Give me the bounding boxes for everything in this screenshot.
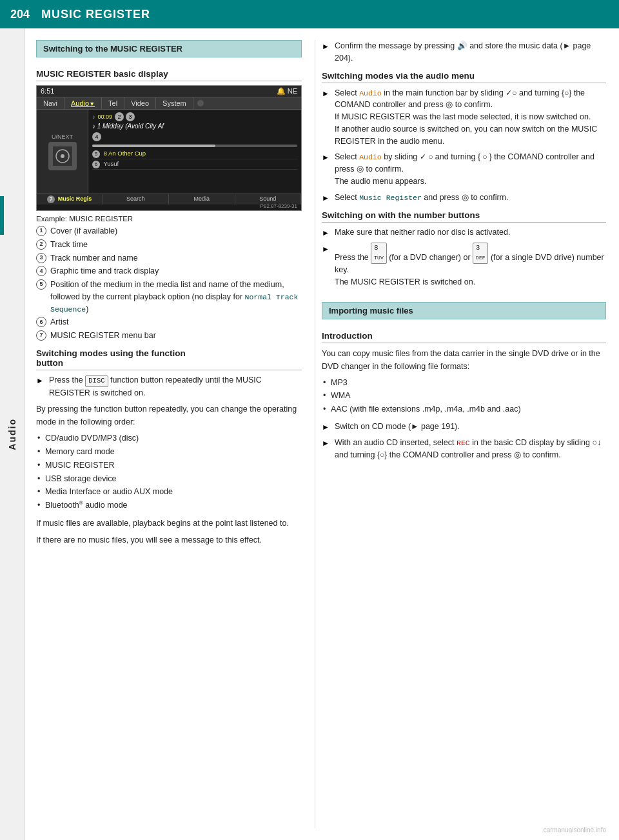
screen-badge-3: 3	[126, 112, 135, 121]
screen-badge-5: 5	[92, 150, 100, 158]
arrow-text-confirm: Confirm the message by pressing 🔊 and st…	[335, 40, 606, 65]
arrow-select-audio-2: ► Select Audio by sliding ✓ ○ and turnin…	[322, 151, 606, 187]
screen-progress-fill	[92, 145, 215, 147]
screenshot-music-register: 6:51 🔔 NE Navi Audio▼ Tel Video System U…	[36, 85, 302, 211]
screen-bottom-search: Search	[103, 194, 170, 205]
num-2: 2	[36, 239, 46, 250]
list-text-2: Track time	[50, 239, 88, 251]
list-item-6: 6 Artist	[36, 316, 302, 328]
bullet-memory: Memory card mode	[36, 446, 302, 458]
screen-right-panel: ♪ 00:09 2 3 ♪ 1 Midday (Avoid City Af 4 …	[88, 110, 301, 194]
arrow-text-audio-2: Select Audio by sliding ✓ ○ and turning …	[335, 151, 606, 187]
para-function-button: By pressing the function button repeated…	[36, 403, 302, 428]
left-column: Switching to the MUSIC REGISTER MUSIC RE…	[25, 40, 315, 828]
list-item-7: 7 MUSIC REGISTER menu bar	[36, 330, 302, 342]
screen-cover-art	[48, 142, 77, 170]
arrow-text-audio-1: Select Audio in the main function bar by…	[335, 87, 606, 148]
screen-ne: 🔔 NE	[277, 87, 297, 95]
list-text-1: Cover (if available)	[50, 225, 117, 237]
bullet-list-modes: CD/audio DVD/MP3 (disc) Memory card mode…	[36, 432, 302, 512]
screen-top-bar: 6:51 🔔 NE	[37, 86, 301, 97]
arrow-audio-cd: ► With an audio CD inserted, select REC …	[322, 437, 606, 461]
list-text-7: MUSIC REGISTER menu bar	[50, 330, 156, 342]
screen-upnext: U/NEXT	[52, 134, 73, 140]
screen-nav-bar: Navi Audio▼ Tel Video System	[37, 97, 301, 110]
subsection-number-buttons-heading: Switching on with the number buttons	[322, 210, 606, 223]
section-box-switching: Switching to the MUSIC REGISTER	[36, 40, 302, 57]
bullet-mp3: MP3	[322, 377, 606, 389]
screen-nav-navi: Navi	[37, 97, 64, 109]
list-item-3: 3 Track number and name	[36, 252, 302, 265]
disc-key: DISC	[85, 375, 108, 387]
arrow-press-key: ► Press the 8TUV (for a DVD changer) or …	[322, 243, 606, 288]
arrow-text-audio-cd: With an audio CD inserted, select REC in…	[335, 437, 606, 461]
page-number: 204	[10, 8, 30, 21]
screen-track-name: ♪ 1 Midday (Avoid City Af	[92, 123, 297, 130]
list-item-1: 1 Cover (if available)	[36, 225, 302, 237]
list-text-5: Position of the medium in the media list…	[50, 279, 302, 315]
screen-nav-audio: Audio▼	[64, 97, 102, 109]
arrow-icon-2: ►	[322, 88, 331, 99]
screen-badge-6: 6	[92, 161, 100, 168]
arrow-text-disc: Press the DISC function button repeatedl…	[49, 374, 302, 399]
sidebar: Audio	[0, 28, 25, 840]
screen-bottom-media: Media	[169, 194, 235, 205]
screen-badge-4: 4	[92, 132, 101, 141]
subsection-audio-menu-heading: Switching modes via the audio menu	[322, 71, 606, 83]
arrow-item-disc: ► Press the DISC function button repeate…	[36, 374, 302, 399]
list-item-2: 2 Track time	[36, 239, 302, 251]
bullet-wma: WMA	[322, 390, 606, 402]
list-item-4: 4 Graphic time and track display	[36, 265, 302, 277]
list-text-3: Track number and name	[50, 252, 138, 265]
arrow-icon-4: ►	[322, 192, 331, 204]
screen-track-row: ♪ 00:09 2 3	[92, 112, 297, 121]
page-title: MUSIC REGISTER	[41, 8, 150, 21]
list-text-4: Graphic time and track display	[50, 265, 159, 277]
arrow-make-sure: ► Make sure that neither radio nor disc …	[322, 226, 606, 239]
arrow-switch-cd: ► Switch on CD mode (► page 191).	[322, 421, 606, 433]
screen-left-panel: U/NEXT	[37, 110, 88, 194]
screen-caption-code: P82.87-8239-31	[260, 203, 297, 209]
num-7: 7	[36, 330, 46, 341]
para-copy-music: You can copy music files from the data c…	[322, 347, 606, 373]
num-3: 3	[36, 253, 46, 263]
screen-time: 6:51	[41, 87, 54, 95]
screen-badge-7: 7	[47, 195, 55, 203]
num-4: 4	[36, 266, 46, 276]
arrow-icon-confirm: ►	[322, 41, 331, 52]
arrow-icon-8: ►	[322, 437, 331, 449]
arrow-text-music-register: Select Music Register and press ◎ to con…	[335, 192, 509, 204]
screen-nav-dot	[197, 100, 204, 106]
screen-bottom-music-reg: 7 Music Regis	[37, 194, 103, 205]
list-text-6: Artist	[50, 316, 68, 328]
screen-progress-bar	[92, 145, 297, 147]
screen-nav-tel: Tel	[102, 97, 124, 109]
arrow-icon-6: ►	[322, 243, 331, 255]
sidebar-marker	[0, 196, 4, 235]
bullet-cd: CD/audio DVD/MP3 (disc)	[36, 432, 302, 445]
arrow-icon-1: ►	[36, 375, 45, 386]
subsection-introduction-heading: Introduction	[322, 331, 606, 343]
bullet-usb: USB storage device	[36, 473, 302, 485]
bullet-media: Media Interface or audio AUX mode	[36, 486, 302, 498]
arrow-select-music-register: ► Select Music Register and press ◎ to c…	[322, 192, 606, 204]
arrow-text-switch-cd: Switch on CD mode (► page 191).	[335, 421, 460, 433]
num-6: 6	[36, 317, 46, 327]
key-8: 8TUV	[371, 243, 386, 265]
num-5: 5	[36, 279, 46, 290]
bullet-list-formats: MP3 WMA AAC (with file extensions .m4p, …	[322, 377, 606, 415]
screen-badge-2: 2	[115, 112, 124, 121]
screenshot-caption: Example: MUSIC REGISTER	[36, 215, 302, 223]
arrow-text-make-sure: Make sure that neither radio nor disc is…	[335, 226, 510, 239]
arrow-confirm: ► Confirm the message by pressing 🔊 and …	[322, 40, 606, 65]
list-item-5: 5 Position of the medium in the media li…	[36, 279, 302, 315]
para-no-music: If there are no music files, you will se…	[36, 534, 302, 546]
page-layout: Audio Switching to the MUSIC REGISTER MU…	[0, 28, 619, 840]
subsection-function-button-heading: Switching modes using the functionbutton	[36, 348, 302, 370]
screen-nav-video: Video	[124, 97, 156, 109]
screen-list-item-1: 5 8 An Other Cup	[92, 149, 297, 159]
bullet-bluetooth: Bluetooth® audio mode	[36, 499, 302, 512]
main-content: Switching to the MUSIC REGISTER MUSIC RE…	[25, 28, 619, 840]
screen-track-time: 00:09	[98, 114, 113, 120]
website-watermark: carmanualsonline.info	[544, 826, 606, 834]
